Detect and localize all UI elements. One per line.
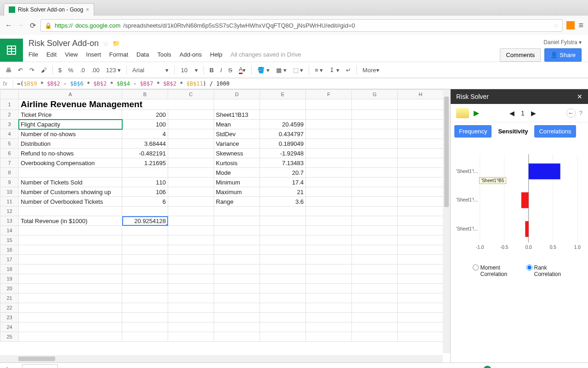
close-icon[interactable]: ✕ (577, 93, 582, 100)
horizontal-scrollbar[interactable] (0, 355, 443, 362)
print-icon[interactable]: 🖶 (3, 65, 14, 75)
menu-addons[interactable]: Add-ons (180, 51, 202, 58)
bold-icon[interactable]: B (207, 65, 216, 75)
wrap-icon[interactable]: ↵ (343, 65, 354, 75)
menu-help[interactable]: Help (210, 51, 222, 58)
font-select[interactable]: Arial (130, 65, 162, 75)
doc-star-icon[interactable]: ☆ (102, 39, 109, 48)
sheet-area: ABCDEFGH1Airline Revenue Management2Tick… (0, 89, 450, 362)
next-icon[interactable]: ▶ (531, 109, 536, 117)
back-circle-icon[interactable]: ← (566, 109, 576, 118)
merge-icon[interactable]: ⬚ ▾ (290, 65, 306, 75)
vertical-scrollbar[interactable] (443, 89, 450, 353)
svg-text:0.0: 0.0 (526, 245, 532, 250)
play-icon[interactable]: ▶ (474, 109, 479, 117)
rank-correlation-option[interactable]: Rank Correlation (526, 264, 566, 277)
url-prefix: https:// (55, 22, 73, 29)
reload-icon[interactable]: ⟳ (28, 21, 37, 29)
tab-frequency[interactable]: Frequency (454, 125, 492, 138)
person-icon: 👤 (550, 52, 558, 58)
format-toolbar: 🖶 ↶ ↷ 🖌 $ % .0 .00 123 ▾ Arial▾ 10▾ B I … (0, 62, 588, 78)
menu-insert[interactable]: Insert (86, 51, 101, 58)
menu-edit[interactable]: Edit (46, 51, 57, 58)
moment-correlation-option[interactable]: Moment Correlation (473, 264, 513, 277)
chrome-menu-icon[interactable]: ≡ (578, 21, 583, 30)
strike-icon[interactable]: S (226, 65, 235, 75)
radio-rank[interactable] (526, 264, 532, 270)
font-size-select[interactable]: 10 (177, 65, 191, 75)
user-name[interactable]: Daniel Fylstra ▾ (500, 39, 582, 46)
url-input[interactable]: 🔒 https://docs.google.com/spreadsheets/d… (40, 19, 563, 32)
svg-rect-19 (525, 221, 528, 237)
page-number: 1 (521, 109, 525, 117)
menu-file[interactable]: File (28, 51, 38, 58)
workspace: ABCDEFGH1Airline Revenue Management2Tick… (0, 89, 588, 362)
menu-format[interactable]: Format (109, 51, 128, 58)
close-icon[interactable]: × (86, 6, 89, 13)
chart-svg: -1.0-0.50.00.51.0'Sheet1'!...'Sheet1'!..… (454, 145, 584, 257)
currency-icon[interactable]: $ (56, 65, 64, 75)
help-icon[interactable]: ? (579, 109, 582, 116)
panel-tabs: Frequency Sensitivity Correlations (451, 122, 588, 140)
more-button[interactable]: More ▾ (360, 65, 382, 75)
svg-rect-15 (529, 163, 560, 179)
svg-text:'Sheet1'!...: 'Sheet1'!... (456, 197, 478, 202)
more-formats[interactable]: 123 ▾ (103, 65, 124, 75)
star-icon[interactable]: ☆ (553, 22, 559, 29)
doc-title[interactable]: Risk Solver Add-on (28, 39, 99, 48)
svg-text:1.0: 1.0 (574, 245, 581, 250)
url-path: /spreadsheets/d/1k0RtvN68m6p5sSS7sC3ylwH… (123, 22, 355, 29)
address-bar: ← → ⟳ 🔒 https://docs.google.com/spreadsh… (0, 16, 588, 35)
sheet-tab[interactable]: Sheet1 ▾ (22, 364, 58, 368)
dec-increase-icon[interactable]: .00 (89, 65, 102, 75)
chevron-down-icon[interactable]: ▾ (163, 65, 171, 75)
svg-text:-1.0: -1.0 (476, 245, 484, 250)
svg-text:0.5: 0.5 (550, 245, 556, 250)
fill-color-icon[interactable]: 🪣 ▾ (254, 65, 272, 75)
forward-icon[interactable]: → (17, 21, 25, 29)
tab-correlations[interactable]: Correlations (534, 125, 576, 138)
sidebar-toolbar: ▶ ◀ 1 ▶ ← ? (451, 104, 588, 122)
redo-icon[interactable]: ↷ (27, 65, 37, 75)
menu-data[interactable]: Data (136, 51, 149, 58)
svg-rect-17 (521, 192, 529, 208)
percent-icon[interactable]: % (65, 65, 76, 75)
sheet-tab-bar: + ≡ Sheet1 ▾ ✓ (0, 362, 588, 368)
menu-bar: File Edit View Insert Format Data Tools … (28, 48, 493, 60)
folder-icon[interactable]: 📁 (113, 40, 120, 47)
italic-icon[interactable]: I (217, 65, 225, 75)
prev-icon[interactable]: ◀ (509, 109, 514, 117)
back-icon[interactable]: ← (5, 21, 13, 29)
undo-icon[interactable]: ↶ (15, 65, 26, 75)
spreadsheet-grid[interactable]: ABCDEFGH1Airline Revenue Management2Tick… (0, 89, 444, 342)
menu-view[interactable]: View (65, 51, 78, 58)
text-color-icon[interactable]: A ▾ (236, 64, 249, 76)
sheets-favicon (9, 6, 15, 13)
all-sheets-icon[interactable]: ≡ (14, 366, 18, 368)
valign-icon[interactable]: ↧ ▾ (327, 65, 342, 75)
extension-icon[interactable] (566, 21, 575, 29)
tab-sensitivity[interactable]: Sensitivity (493, 125, 532, 138)
lightbulb-icon[interactable] (456, 108, 469, 118)
svg-text:'Sheet1'!...: 'Sheet1'!... (456, 226, 478, 231)
dec-decrease-icon[interactable]: .0 (77, 65, 88, 75)
formula-bar[interactable]: fx =($B$9 * $B$2 - $B$6 * $B$2 * $B$4 - … (0, 78, 588, 89)
chevron-down-icon[interactable]: ▾ (192, 65, 201, 75)
tornado-chart: -1.0-0.50.00.51.0'Sheet1'!...'Sheet1'!..… (451, 140, 588, 260)
title-area: Risk Solver Add-on ☆ 📁 File Edit View In… (23, 39, 493, 62)
borders-icon[interactable]: ▦ ▾ (273, 65, 289, 75)
share-button[interactable]: 👤Share (544, 48, 582, 62)
lock-icon: 🔒 (45, 22, 52, 29)
sidebar-title: Risk Solver (456, 93, 489, 100)
tab-title: Risk Solver Add-on - Goog (18, 6, 83, 13)
radio-moment[interactable] (473, 264, 479, 270)
sheets-logo[interactable] (0, 39, 23, 62)
menu-tools[interactable]: Tools (157, 51, 171, 58)
paint-format-icon[interactable]: 🖌 (38, 65, 50, 75)
browser-tab[interactable]: Risk Solver Add-on - Goog × (4, 3, 94, 16)
svg-text:-0.5: -0.5 (500, 245, 509, 250)
halign-icon[interactable]: ≡ ▾ (312, 65, 326, 75)
comments-button[interactable]: Comments (500, 48, 541, 62)
browser-chrome: Risk Solver Add-on - Goog × ← → ⟳ 🔒 http… (0, 0, 588, 35)
add-sheet-icon[interactable]: + (5, 365, 10, 368)
